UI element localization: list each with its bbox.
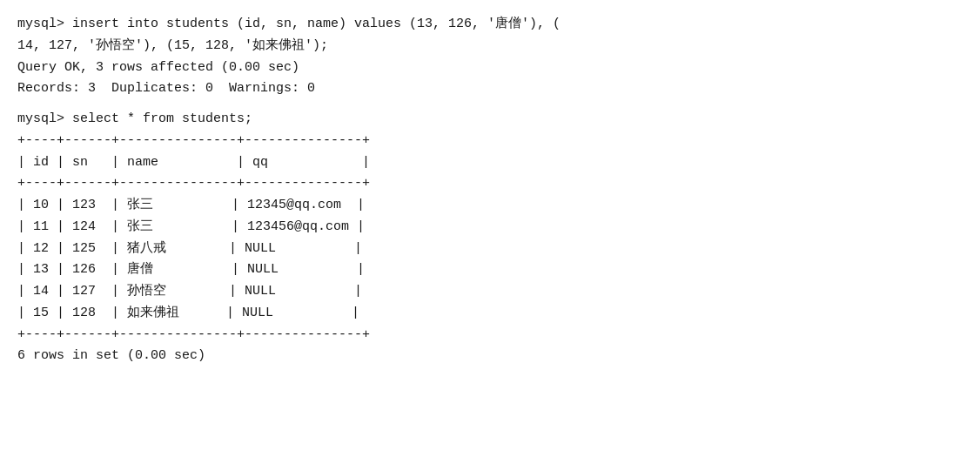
terminal-output: mysql> insert into students (id, sn, nam… [17,14,963,367]
line4: Records: 3 Duplicates: 0 Warnings: 0 [17,78,963,100]
line9: | 10 | 123 | 张三 | 12345@qq.com | [17,195,963,217]
line10: | 11 | 124 | 张三 | 123456@qq.com | [17,217,963,239]
line1: mysql> insert into students (id, sn, nam… [17,14,963,36]
line13: | 14 | 127 | 孙悟空 | NULL | [17,281,963,303]
line6: +----+------+---------------+-----------… [17,131,963,152]
line3: Query OK, 3 rows affected (0.00 sec) [17,57,963,79]
line15: +----+------+---------------+-----------… [17,325,963,346]
line16: 6 rows in set (0.00 sec) [17,346,963,367]
spacer-line [17,100,963,109]
line14: | 15 | 128 | 如来佛祖 | NULL | [17,303,963,325]
line11: | 12 | 125 | 猪八戒 | NULL | [17,239,963,260]
line12: | 13 | 126 | 唐僧 | NULL | [17,259,963,281]
line5: mysql> select * from students; [17,109,963,131]
line2: 14, 127, '孙悟空'), (15, 128, '如来佛祖'); [17,36,963,57]
line7: | id | sn | name | qq | [17,152,963,174]
line8: +----+------+---------------+-----------… [17,173,963,195]
